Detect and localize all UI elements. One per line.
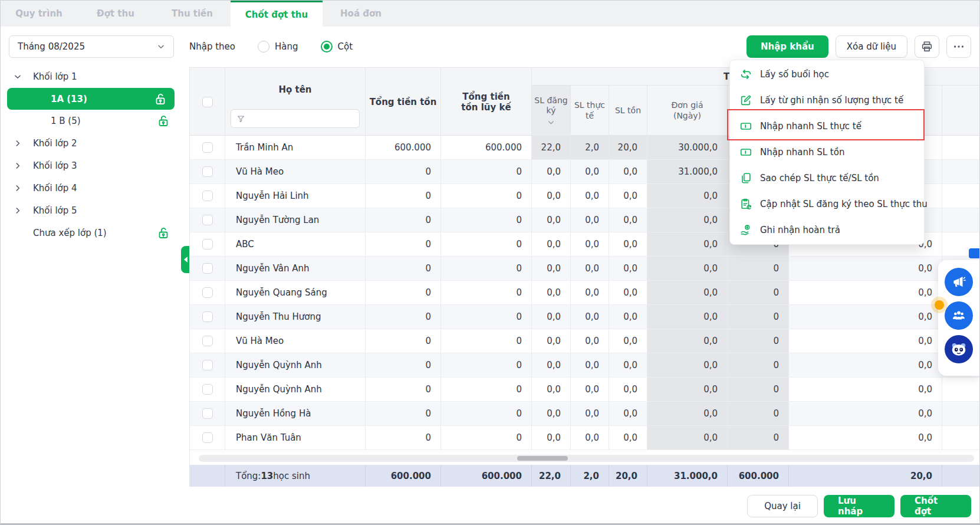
row-checkbox[interactable] xyxy=(202,336,213,346)
value-cell[interactable]: 0,0 xyxy=(532,378,571,401)
chevron-right-icon[interactable] xyxy=(14,162,22,170)
scrollbar-thumb[interactable] xyxy=(517,456,568,461)
value-cell[interactable]: 0,0 xyxy=(609,232,647,256)
column-header-total-debt-accum[interactable]: Tổng tiền tồn lũy kế xyxy=(441,68,532,136)
sidebar-item-5[interactable]: Khối lớp 4 xyxy=(1,177,181,199)
finalize-button[interactable]: Chốt đợt xyxy=(900,495,971,517)
radio-icon[interactable] xyxy=(321,41,333,52)
value-cell[interactable]: 0,0 xyxy=(609,184,647,208)
menu-item-2[interactable]: Nhập nhanh SL thực tế xyxy=(730,113,924,139)
menu-item-1[interactable]: Lấy từ ghi nhận số lượng thực tế xyxy=(730,87,924,113)
value-cell[interactable]: 0,0 xyxy=(609,305,647,329)
tab-1[interactable]: Đợt thu xyxy=(77,1,154,27)
value-cell[interactable]: 0,0 xyxy=(571,257,609,280)
value-cell[interactable]: 0,0 xyxy=(571,378,609,401)
column-header-sl-registered[interactable]: SL đăng ký xyxy=(532,86,571,136)
value-cell[interactable]: 0,0 xyxy=(571,208,609,232)
value-cell[interactable]: 2,0 xyxy=(571,136,609,159)
value-cell[interactable]: 0,0 xyxy=(532,305,571,329)
month-selector[interactable]: Tháng 08/2025 xyxy=(9,35,174,58)
value-cell[interactable]: 20,0 xyxy=(609,136,647,159)
row-checkbox[interactable] xyxy=(202,408,213,419)
save-draft-button[interactable]: Lưu nháp xyxy=(824,495,895,517)
more-actions-button[interactable] xyxy=(946,35,971,58)
tab-2[interactable]: Thu tiền xyxy=(154,1,231,27)
value-cell[interactable]: 0,0 xyxy=(571,426,609,449)
value-cell[interactable]: 0,0 xyxy=(571,329,609,353)
print-button[interactable] xyxy=(915,35,939,58)
scrollbar-track[interactable] xyxy=(199,455,974,462)
value-cell[interactable]: 0,0 xyxy=(609,257,647,280)
column-header-unit-price[interactable]: Đơn giá (Ngày) xyxy=(647,86,728,136)
hidden-widget-tab[interactable] xyxy=(969,248,979,258)
select-all-checkbox[interactable] xyxy=(202,97,213,107)
value-cell[interactable]: 0,0 xyxy=(532,353,571,377)
chevron-right-icon[interactable] xyxy=(14,184,22,192)
row-checkbox[interactable] xyxy=(202,360,213,370)
sidebar-item-2[interactable]: 1 B (5) xyxy=(1,110,181,132)
value-cell[interactable]: 22,0 xyxy=(532,136,571,159)
value-cell[interactable]: 0,0 xyxy=(532,184,571,208)
row-checkbox[interactable] xyxy=(202,287,213,298)
community-fab[interactable] xyxy=(945,301,973,330)
value-cell[interactable]: 0,0 xyxy=(571,184,609,208)
back-button[interactable]: Quay lại xyxy=(747,495,818,517)
value-cell[interactable]: 0,0 xyxy=(532,160,571,183)
sidebar-item-0[interactable]: Khối lớp 1 xyxy=(1,65,181,88)
value-cell[interactable]: 0,0 xyxy=(532,402,571,425)
value-cell[interactable]: 0,0 xyxy=(532,281,571,304)
menu-item-5[interactable]: Cập nhật SL đăng ký theo SL thực thu xyxy=(730,191,924,217)
radio-option-1[interactable]: Cột xyxy=(321,41,353,52)
value-cell[interactable]: 0,0 xyxy=(571,160,609,183)
import-button[interactable]: Nhập khẩu xyxy=(746,35,828,58)
value-cell[interactable]: 0,0 xyxy=(532,426,571,449)
tab-4[interactable]: Hoá đơn xyxy=(323,1,399,27)
menu-item-4[interactable]: Sao chép SL thực tế/SL tồn xyxy=(730,165,924,191)
value-cell[interactable]: 0,0 xyxy=(609,402,647,425)
value-cell[interactable]: 0,0 xyxy=(609,353,647,377)
value-cell[interactable]: 0,0 xyxy=(609,208,647,232)
sidebar-item-6[interactable]: Khối lớp 5 xyxy=(1,199,181,222)
chevron-right-icon[interactable] xyxy=(14,139,22,147)
value-cell[interactable]: 0,0 xyxy=(532,208,571,232)
column-header-total-debt[interactable]: Tổng tiền tồn xyxy=(366,68,441,136)
value-cell[interactable]: 0,0 xyxy=(609,378,647,401)
chevron-right-icon[interactable] xyxy=(14,206,22,215)
value-cell[interactable]: 0,0 xyxy=(571,232,609,256)
value-cell[interactable]: 0,0 xyxy=(532,232,571,256)
row-checkbox[interactable] xyxy=(202,215,213,225)
sidebar-item-3[interactable]: Khối lớp 2 xyxy=(1,132,181,155)
value-cell[interactable]: 0,0 xyxy=(609,281,647,304)
value-cell[interactable]: 0,0 xyxy=(532,257,571,280)
sidebar-item-4[interactable]: Khối lớp 3 xyxy=(1,155,181,177)
menu-item-0[interactable]: Lấy số buổi học xyxy=(730,61,924,87)
menu-item-6[interactable]: Ghi nhận hoàn trả xyxy=(730,217,924,243)
row-checkbox[interactable] xyxy=(202,142,213,153)
value-cell[interactable]: 0,0 xyxy=(571,402,609,425)
row-checkbox[interactable] xyxy=(202,239,213,250)
chevron-down-icon[interactable] xyxy=(14,73,22,81)
tab-3[interactable]: Chốt đợt thu xyxy=(231,1,323,27)
value-cell[interactable]: 0,0 xyxy=(532,329,571,353)
row-checkbox[interactable] xyxy=(202,311,213,322)
column-header-sl-actual[interactable]: SL thực tế xyxy=(571,86,609,136)
sidebar-item-1[interactable]: 1A (13) xyxy=(7,88,175,110)
row-checkbox[interactable] xyxy=(202,166,213,177)
row-checkbox[interactable] xyxy=(202,432,213,443)
clear-data-button[interactable]: Xóa dữ liệu xyxy=(836,35,907,58)
value-cell[interactable]: 0,0 xyxy=(571,305,609,329)
chatbot-fab[interactable] xyxy=(945,335,973,363)
row-checkbox[interactable] xyxy=(202,384,213,395)
value-cell[interactable]: 0,0 xyxy=(609,426,647,449)
name-filter-input[interactable] xyxy=(231,109,360,128)
radio-icon[interactable] xyxy=(258,41,269,52)
value-cell[interactable]: 0,0 xyxy=(571,353,609,377)
radio-option-0[interactable]: Hàng xyxy=(258,41,298,52)
row-checkbox[interactable] xyxy=(202,263,213,274)
column-header-sl-remain[interactable]: SL tồn xyxy=(609,86,647,136)
sort-chevron-icon[interactable] xyxy=(547,119,555,126)
value-cell[interactable]: 0,0 xyxy=(609,329,647,353)
menu-item-3[interactable]: Nhập nhanh SL tồn xyxy=(730,139,924,165)
value-cell[interactable]: 0,0 xyxy=(571,281,609,304)
row-checkbox[interactable] xyxy=(202,191,213,201)
